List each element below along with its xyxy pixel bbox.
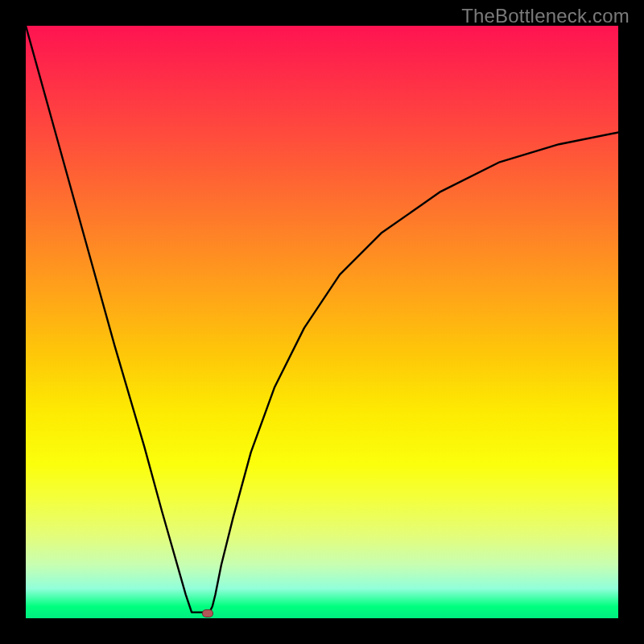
minimum-marker xyxy=(202,609,213,617)
chart-frame: TheBottleneck.com xyxy=(0,0,644,644)
bottleneck-curve xyxy=(26,26,618,613)
plot-area xyxy=(26,26,618,618)
watermark-text: TheBottleneck.com xyxy=(461,5,630,27)
curve-svg xyxy=(26,26,618,618)
